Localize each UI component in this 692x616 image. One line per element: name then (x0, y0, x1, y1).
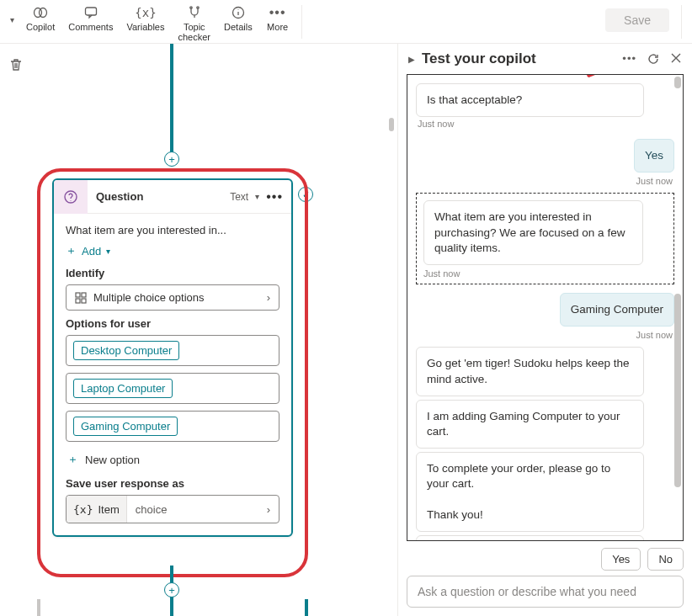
chevron-down-icon[interactable]: ▾ (255, 192, 259, 201)
flow-connector (37, 599, 40, 616)
question-text[interactable]: What item are you interested in... (66, 224, 279, 236)
collapse-caret-icon[interactable]: ▶ (408, 55, 415, 64)
option-input[interactable]: Gaming Computer (66, 411, 279, 442)
bot-message: What item are you interested in purchasi… (423, 200, 643, 265)
chat-input[interactable]: Ask a question or describe what you need (407, 576, 684, 608)
add-label: Add (82, 245, 101, 258)
new-option-label: New option (85, 454, 140, 466)
variable-name: Item (98, 503, 119, 516)
canvas[interactable]: + ✓ Question Text ▾ ••• What item are yo… (0, 44, 397, 616)
option-tag: Laptop Computer (73, 379, 173, 398)
more-icon: ••• (269, 5, 286, 20)
topic-checker-icon (188, 5, 201, 20)
info-icon (232, 5, 245, 20)
chevron-right-icon: › (267, 291, 270, 304)
toolbar-label: More (267, 22, 288, 32)
chevron-down-icon: ▾ (106, 247, 110, 256)
msg-line: Thank you! (427, 508, 483, 521)
identify-value: Multiple choice options (93, 291, 205, 304)
suggested-replies: Yes No (398, 548, 692, 576)
scrollbar-thumb[interactable] (389, 118, 394, 131)
refresh-icon[interactable] (647, 52, 660, 66)
svg-rect-8 (82, 293, 86, 297)
comment-icon (84, 5, 98, 20)
svg-point-1 (40, 8, 47, 18)
toolbar-copilot[interactable]: Copilot (19, 3, 61, 34)
separator (301, 5, 302, 39)
close-icon[interactable] (670, 52, 682, 66)
toolbar-label: Topic checker (178, 22, 210, 42)
bot-message: Is that acceptable? (416, 83, 644, 117)
top-toolbar: ▾ Copilot Comments {x} Variables Topic c… (0, 0, 692, 44)
node-header: Question Text ▾ ••• (54, 180, 291, 214)
add-button[interactable]: ＋ Add ▾ (66, 243, 279, 258)
tracked-message-group: What item are you interested in purchasi… (416, 193, 674, 284)
toolbar-variables[interactable]: {x} Variables (120, 3, 171, 34)
test-panel: ▶ Test your copilot ••• Is that acceptab… (397, 44, 692, 616)
user-message: Yes (634, 139, 674, 173)
option-tag: Desktop Computer (73, 341, 179, 360)
suggest-no-button[interactable]: No (647, 548, 684, 571)
flow-connector (305, 599, 308, 616)
option-input[interactable]: Desktop Computer (66, 335, 279, 366)
option-tag: Gaming Computer (73, 417, 178, 436)
timestamp: Just now (418, 176, 673, 186)
grid-icon (75, 292, 87, 304)
toolbar-topic-checker[interactable]: Topic checker (171, 3, 217, 44)
toolbar-label: Details (224, 22, 253, 32)
validation-badge-icon: ✓ (298, 187, 313, 202)
suggest-yes-button[interactable]: Yes (601, 548, 641, 571)
fx-icon: {x} (73, 503, 93, 516)
toolbar-comments[interactable]: Comments (61, 3, 120, 34)
panel-title: Test your copilot (422, 50, 536, 67)
copilot-icon (33, 5, 48, 20)
toolbar-more[interactable]: ••• More (259, 3, 296, 34)
chevron-down-icon[interactable]: ▾ (7, 10, 18, 29)
scrollbar-thumb[interactable] (674, 77, 681, 88)
timestamp: Just now (418, 119, 673, 129)
variable-type: choice (127, 503, 168, 516)
mode-label[interactable]: Text (230, 191, 248, 203)
bot-message: Did that answer your question? (416, 535, 644, 541)
svg-rect-9 (76, 299, 80, 303)
chat-transcript: Is that acceptable? Just now Yes Just no… (407, 74, 684, 541)
scrollbar-thumb[interactable] (674, 294, 681, 487)
bot-message: To complete your order, please go to you… (416, 452, 644, 532)
chevron-right-icon: › (267, 503, 279, 516)
plus-icon: ＋ (67, 452, 78, 467)
timestamp: Just now (418, 330, 673, 340)
toolbar-label: Comments (68, 22, 113, 32)
add-node-button[interactable]: + (164, 151, 179, 167)
arrow-annotation-icon (573, 74, 624, 87)
user-message: Gaming Computer (560, 293, 674, 327)
toolbar-label: Variables (126, 22, 164, 32)
plus-icon: ＋ (66, 243, 77, 258)
msg-line: To complete your order, please go to you… (427, 462, 610, 490)
node-more-icon[interactable]: ••• (266, 189, 283, 204)
svg-rect-7 (76, 293, 80, 297)
timestamp: Just now (423, 268, 667, 279)
question-node[interactable]: ✓ Question Text ▾ ••• What item are you … (52, 178, 293, 537)
svg-rect-2 (85, 8, 96, 15)
options-label: Options for user (66, 317, 279, 330)
option-input[interactable]: Laptop Computer (66, 373, 279, 404)
toolbar-label: Copilot (26, 22, 55, 32)
add-node-button[interactable]: + (164, 582, 179, 597)
node-title: Question (88, 190, 143, 203)
separator (681, 5, 682, 39)
identify-label: Identify (66, 267, 279, 279)
bot-message: I am adding Gaming Computer to your cart… (416, 400, 644, 449)
save-button[interactable]: Save (605, 8, 669, 32)
identify-picker[interactable]: Multiple choice options › (66, 284, 279, 311)
variables-icon: {x} (135, 5, 156, 20)
bot-message: Go get 'em tiger! Sudoku helps keep the … (416, 347, 644, 396)
trash-icon[interactable] (8, 57, 24, 72)
new-option-button[interactable]: ＋ New option (66, 449, 279, 470)
save-as-label: Save user response as (66, 477, 279, 490)
toolbar-details[interactable]: Details (217, 3, 259, 34)
panel-more-icon[interactable]: ••• (622, 52, 636, 66)
flow-connector (170, 44, 173, 158)
svg-rect-10 (82, 299, 86, 303)
question-icon (54, 180, 88, 214)
variable-picker[interactable]: {x} Item choice › (66, 495, 279, 523)
